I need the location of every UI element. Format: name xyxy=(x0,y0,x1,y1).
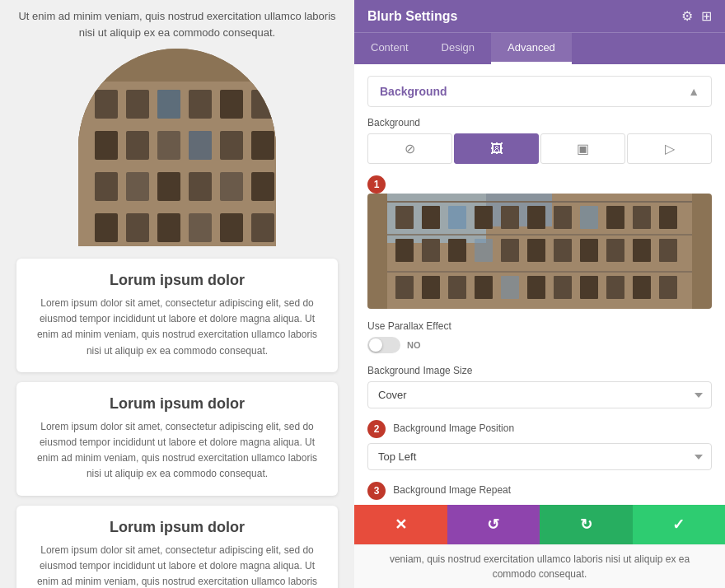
svg-rect-59 xyxy=(527,276,545,299)
svg-rect-42 xyxy=(659,206,677,229)
svg-rect-63 xyxy=(633,276,651,299)
badge-3: 3 xyxy=(367,482,386,500)
card-2: Lorum ipsum dolor Lorem ipsum dolor sit … xyxy=(16,382,338,496)
svg-rect-32 xyxy=(395,206,414,229)
card-1-body: Lorem ipsum dolor sit amet, consectetur … xyxy=(33,296,321,359)
svg-rect-8 xyxy=(95,131,118,160)
tab-content[interactable]: Content xyxy=(354,33,425,64)
svg-rect-9 xyxy=(126,131,149,160)
bg-type-video-button[interactable]: ▷ xyxy=(627,133,712,164)
svg-rect-45 xyxy=(448,239,466,262)
bg-repeat-field: 3 Background Image Repeat No Repeat Repe… xyxy=(367,482,712,505)
svg-rect-27 xyxy=(189,131,212,160)
chevron-up-icon: ▲ xyxy=(688,85,699,98)
settings-title: Blurb Settings xyxy=(367,9,457,24)
bottom-text: veniam, quis nostrud exercitation ullamc… xyxy=(367,552,712,581)
bg-type-gradient-button[interactable]: ▣ xyxy=(540,133,625,164)
badge-1: 1 xyxy=(367,175,386,194)
toggle-knob xyxy=(369,338,382,352)
svg-rect-54 xyxy=(395,276,414,299)
parallax-toggle-row: NO xyxy=(367,337,712,353)
svg-rect-53 xyxy=(659,239,677,262)
cancel-button[interactable]: ✕ xyxy=(354,505,447,544)
tabs-bar: Content Design Advanced xyxy=(354,32,725,64)
svg-rect-33 xyxy=(422,206,440,229)
svg-rect-43 xyxy=(395,239,414,262)
svg-rect-24 xyxy=(220,213,243,242)
bg-type-none-button[interactable]: ⊘ xyxy=(367,133,452,164)
bg-position-label: 2 Background Image Position xyxy=(367,420,712,438)
bottom-text-area: veniam, quis nostrud exercitation ullamc… xyxy=(354,544,725,588)
svg-rect-18 xyxy=(220,172,243,201)
tab-design[interactable]: Design xyxy=(425,33,491,64)
svg-rect-16 xyxy=(157,172,180,201)
badge-2: 2 xyxy=(367,420,386,438)
svg-rect-60 xyxy=(554,276,572,299)
parallax-label: Use Parallax Effect xyxy=(367,320,712,332)
svg-rect-49 xyxy=(554,239,572,262)
settings-icon[interactable]: ⚙ xyxy=(681,8,693,24)
svg-rect-52 xyxy=(633,239,651,262)
svg-rect-6 xyxy=(220,90,243,119)
svg-rect-37 xyxy=(527,206,545,229)
svg-rect-21 xyxy=(126,213,149,242)
svg-rect-10 xyxy=(157,131,180,160)
background-section-title: Background xyxy=(380,85,447,98)
save-button[interactable]: ✓ xyxy=(633,505,726,544)
svg-rect-58 xyxy=(501,276,519,299)
svg-rect-17 xyxy=(189,172,212,201)
top-paragraph: Ut enim ad minim veniam, quis nostrud ex… xyxy=(16,8,338,40)
parallax-toggle-label: NO xyxy=(407,340,421,350)
svg-rect-39 xyxy=(580,206,598,229)
background-field-label: Background xyxy=(367,117,712,128)
svg-rect-50 xyxy=(580,239,598,262)
parallax-toggle[interactable] xyxy=(367,337,400,353)
svg-rect-15 xyxy=(126,172,149,201)
card-1: Lorum ipsum dolor Lorem ipsum dolor sit … xyxy=(16,259,338,372)
svg-rect-35 xyxy=(475,206,493,229)
image-icon: 🖼 xyxy=(490,142,503,156)
svg-rect-56 xyxy=(448,276,466,299)
card-2-body: Lorem ipsum dolor sit amet, consectetur … xyxy=(33,419,321,483)
settings-body: Background ▲ Background ⊘ 🖼 ▣ ▷ xyxy=(354,64,725,505)
svg-rect-2 xyxy=(95,90,118,119)
svg-rect-13 xyxy=(251,131,274,160)
card-3-body: Lorem ipsum dolor sit amet, consectetur … xyxy=(33,543,321,589)
header-icons: ⚙ ⊞ xyxy=(681,8,712,24)
bg-image-preview[interactable] xyxy=(367,194,712,309)
svg-rect-61 xyxy=(580,276,598,299)
video-icon: ▷ xyxy=(665,141,675,156)
undo-button[interactable]: ↻ xyxy=(540,505,633,544)
reset-button[interactable]: ↺ xyxy=(447,505,540,544)
svg-rect-20 xyxy=(95,213,118,242)
svg-rect-22 xyxy=(157,213,180,242)
bg-image-preview-row: 1 xyxy=(367,175,712,309)
expand-icon[interactable]: ⊞ xyxy=(701,8,712,24)
card-2-title: Lorum ipsum dolor xyxy=(33,395,321,413)
bg-type-image-button[interactable]: 🖼 xyxy=(454,133,539,164)
background-section-header[interactable]: Background ▲ xyxy=(367,76,712,107)
bg-position-select[interactable]: Top Left Top Center Top Right Center Lef… xyxy=(367,443,712,470)
bg-repeat-label: 3 Background Image Repeat xyxy=(367,482,712,500)
svg-rect-38 xyxy=(554,206,572,229)
card-1-title: Lorum ipsum dolor xyxy=(33,272,321,289)
footer-bar: ✕ ↺ ↻ ✓ xyxy=(354,505,725,544)
svg-rect-48 xyxy=(527,239,545,262)
svg-rect-51 xyxy=(606,239,624,262)
background-type-field: Background ⊘ 🖼 ▣ ▷ xyxy=(367,117,712,164)
gradient-icon: ▣ xyxy=(577,141,589,156)
bg-type-row: ⊘ 🖼 ▣ ▷ xyxy=(367,133,712,164)
svg-rect-3 xyxy=(126,90,149,119)
svg-rect-62 xyxy=(606,276,624,299)
bg-size-select[interactable]: Cover Contain Auto Stretch xyxy=(367,381,712,408)
svg-rect-5 xyxy=(189,90,212,119)
tab-advanced[interactable]: Advanced xyxy=(491,33,572,64)
svg-rect-36 xyxy=(501,206,519,229)
svg-rect-64 xyxy=(659,276,677,299)
svg-rect-44 xyxy=(422,239,440,262)
bg-position-field: 2 Background Image Position Top Left Top… xyxy=(367,420,712,470)
parallax-field: Use Parallax Effect NO xyxy=(367,320,712,353)
svg-rect-55 xyxy=(422,276,440,299)
left-panel: Ut enim ad minim veniam, quis nostrud ex… xyxy=(0,0,354,588)
no-color-icon: ⊘ xyxy=(405,141,415,156)
